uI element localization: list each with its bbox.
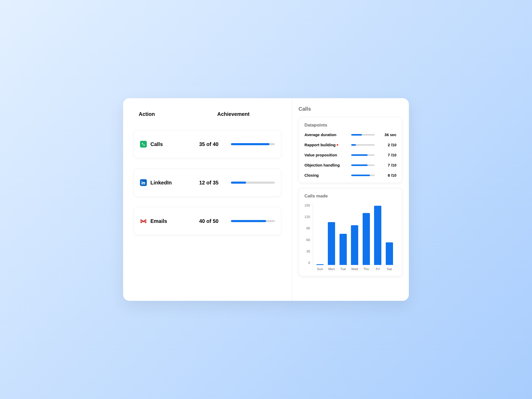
progress-bar bbox=[231, 182, 275, 184]
datapoint-label: Value proposition bbox=[304, 153, 351, 157]
achievement-text: 35 of 40 bbox=[192, 141, 226, 147]
datapoint-label: Rapport building bbox=[304, 143, 351, 147]
bar-group: Wed bbox=[349, 225, 360, 271]
datapoint-value: 36 sec bbox=[384, 132, 396, 137]
y-axis: 1501209060300 bbox=[304, 203, 313, 271]
bar bbox=[386, 242, 393, 265]
action-left: Emails bbox=[140, 218, 192, 224]
bar-group: Mon bbox=[326, 222, 337, 271]
achievement-text: 12 of 35 bbox=[192, 180, 226, 186]
datapoint-row: Average duration 36 sec bbox=[304, 132, 396, 137]
datapoints-list: Average duration 36 sec Rapport building… bbox=[304, 132, 396, 177]
calls-icon bbox=[140, 141, 147, 148]
action-card-calls[interactable]: Calls 35 of 40 bbox=[134, 130, 281, 158]
actions-list: Calls 35 of 40 LinkedIn 12 of 35 Emails … bbox=[134, 130, 281, 235]
datapoint-value: 2 /10 bbox=[388, 143, 396, 147]
datapoint-label: Objection handling bbox=[304, 163, 351, 167]
flag-dot-icon bbox=[337, 144, 338, 146]
datapoint-row: Closing 8 /10 bbox=[304, 173, 396, 177]
datapoints-card: Datapoints Average duration 36 sec Rappo… bbox=[298, 117, 402, 183]
datapoint-label: Average duration bbox=[304, 132, 351, 137]
bar-label: Sat bbox=[387, 267, 392, 271]
action-card-emails[interactable]: Emails 40 of 50 bbox=[134, 207, 281, 235]
datapoint-bar bbox=[351, 164, 375, 166]
section-title: Calls bbox=[298, 106, 402, 112]
bar bbox=[374, 206, 381, 265]
chart-container: 1501209060300 Sun Mon Tue Wed Thu Fri Sa… bbox=[304, 203, 396, 271]
action-card-linkedin[interactable]: LinkedIn 12 of 35 bbox=[134, 169, 281, 197]
bar-label: Fri bbox=[376, 267, 380, 271]
action-label: Calls bbox=[150, 141, 163, 147]
bar bbox=[351, 225, 358, 265]
datapoint-row: Rapport building 2 /10 bbox=[304, 143, 396, 147]
chart-card: Calls made 1501209060300 Sun Mon Tue Wed… bbox=[298, 188, 402, 276]
bar-label: Mon bbox=[328, 267, 335, 271]
y-tick: 120 bbox=[304, 215, 310, 219]
chart-title: Calls made bbox=[304, 194, 396, 199]
progress-fill bbox=[231, 143, 269, 145]
action-left: LinkedIn bbox=[140, 179, 192, 186]
bars-area: Sun Mon Tue Wed Thu Fri Sat bbox=[313, 203, 396, 271]
y-tick: 90 bbox=[304, 226, 310, 230]
bar bbox=[316, 264, 324, 265]
datapoint-bar-fill bbox=[351, 144, 356, 146]
bar-group: Thu bbox=[361, 213, 372, 271]
emails-icon bbox=[140, 218, 147, 224]
datapoint-label: Closing bbox=[304, 173, 351, 177]
datapoint-value: 7 /10 bbox=[388, 163, 396, 167]
dashboard: Action Achievement Calls 35 of 40 Linked… bbox=[123, 98, 409, 301]
datapoint-bar-fill bbox=[351, 175, 370, 176]
datapoint-value: 8 /10 bbox=[388, 173, 396, 177]
bar-label: Sun bbox=[317, 267, 323, 271]
y-tick: 0 bbox=[304, 261, 310, 265]
bar-label: Wed bbox=[351, 267, 358, 271]
y-tick: 150 bbox=[304, 203, 310, 207]
bar-group: Tue bbox=[337, 234, 349, 271]
bar-group: Sun bbox=[314, 264, 326, 271]
datapoint-bar-fill bbox=[351, 134, 362, 136]
achievement-text: 40 of 50 bbox=[192, 218, 226, 224]
progress-fill bbox=[231, 220, 266, 222]
calls-panel: Calls Datapoints Average duration 36 sec… bbox=[292, 98, 409, 301]
datapoint-row: Value proposition 7 /10 bbox=[304, 153, 396, 157]
datapoints-title: Datapoints bbox=[304, 123, 396, 128]
y-tick: 30 bbox=[304, 249, 310, 253]
bar bbox=[340, 234, 347, 265]
datapoint-bar-fill bbox=[351, 154, 368, 156]
progress-bar bbox=[231, 143, 275, 145]
column-headers: Action Achievement bbox=[134, 111, 281, 117]
progress-fill bbox=[231, 182, 246, 184]
progress-bar bbox=[231, 220, 275, 222]
bar-group: Sat bbox=[384, 242, 395, 271]
y-tick: 60 bbox=[304, 238, 310, 242]
bar bbox=[363, 213, 370, 265]
actions-panel: Action Achievement Calls 35 of 40 Linked… bbox=[123, 98, 292, 301]
datapoint-bar-fill bbox=[351, 164, 368, 166]
datapoint-value: 7 /10 bbox=[388, 153, 396, 157]
datapoint-bar bbox=[351, 175, 375, 176]
header-action: Action bbox=[139, 111, 191, 117]
datapoint-bar bbox=[351, 134, 375, 136]
bar bbox=[328, 222, 335, 265]
bar-label: Thu bbox=[363, 267, 369, 271]
action-label: LinkedIn bbox=[150, 180, 172, 186]
linkedin-icon bbox=[140, 179, 147, 186]
action-label: Emails bbox=[150, 218, 167, 224]
bar-label: Tue bbox=[340, 267, 346, 271]
datapoint-bar bbox=[351, 154, 375, 156]
datapoint-bar bbox=[351, 144, 375, 146]
bar-group: Fri bbox=[372, 206, 383, 271]
action-left: Calls bbox=[140, 141, 192, 148]
header-achievement: Achievement bbox=[191, 111, 276, 117]
datapoint-row: Objection handling 7 /10 bbox=[304, 163, 396, 167]
